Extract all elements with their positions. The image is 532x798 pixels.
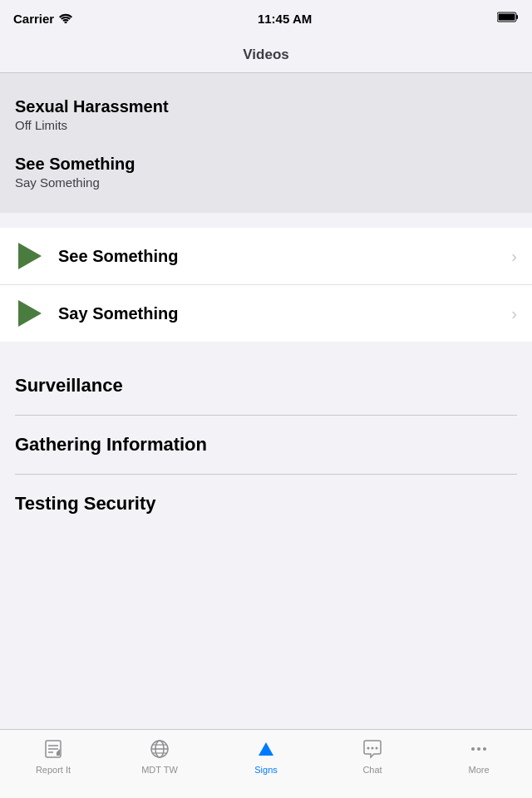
mdt-tw-icon — [147, 736, 172, 761]
tab-label-mdt-tw: MDT TW — [141, 765, 178, 775]
tab-label-chat: Chat — [362, 765, 382, 775]
chat-icon — [360, 736, 385, 761]
video-row-1[interactable]: See Something › — [0, 228, 532, 285]
svg-point-17 — [471, 747, 475, 751]
svg-point-16 — [376, 747, 378, 750]
time-label: 11:45 AM — [258, 12, 312, 26]
svg-rect-2 — [516, 15, 518, 19]
section-divider-1 — [0, 213, 532, 228]
featured-title-1: Sexual Harassment — [15, 96, 517, 116]
more-item-3[interactable]: Testing Security — [15, 475, 517, 533]
content-area: Sexual Harassment Off Limits See Somethi… — [0, 73, 532, 729]
more-item-label-1: Surveillance — [15, 375, 123, 396]
wifi-icon — [59, 12, 72, 26]
featured-item-1[interactable]: Sexual Harassment Off Limits — [15, 88, 517, 140]
tab-more[interactable]: More — [426, 736, 532, 775]
svg-marker-13 — [259, 742, 273, 756]
svg-point-0 — [65, 21, 67, 23]
more-item-label-3: Testing Security — [15, 493, 156, 514]
featured-section: Sexual Harassment Off Limits See Somethi… — [0, 73, 532, 213]
more-item-2[interactable]: Gathering Information — [15, 416, 517, 475]
svg-point-15 — [372, 747, 374, 750]
tab-mdt-tw[interactable]: MDT TW — [106, 736, 213, 775]
chevron-right-1: › — [511, 247, 517, 266]
featured-title-2: See Something — [15, 154, 517, 174]
tab-signs[interactable]: Signs — [213, 736, 319, 775]
nav-bar-title: Videos — [243, 47, 288, 63]
svg-rect-3 — [498, 14, 515, 21]
tab-label-signs: Signs — [254, 765, 278, 775]
svg-point-19 — [483, 747, 486, 751]
more-list: Surveillance Gathering Information Testi… — [0, 357, 532, 533]
tab-report-it[interactable]: Report It — [0, 736, 106, 775]
section-divider-2 — [0, 342, 532, 357]
tab-label-report-it: Report It — [36, 765, 71, 775]
carrier-label: Carrier — [13, 12, 54, 26]
featured-item-2[interactable]: See Something Say Something — [15, 140, 517, 198]
play-icon-1 — [15, 241, 45, 271]
tab-label-more: More — [468, 765, 489, 775]
more-icon — [466, 736, 491, 761]
report-it-icon — [41, 736, 66, 761]
featured-subtitle-2: Say Something — [15, 175, 517, 190]
battery-icon — [497, 11, 519, 26]
featured-subtitle-1: Off Limits — [15, 118, 517, 132]
chevron-right-2: › — [511, 304, 517, 323]
video-row-2[interactable]: Say Something › — [0, 285, 532, 342]
video-list: See Something › Say Something › — [0, 228, 532, 342]
video-label-1: See Something — [58, 247, 511, 266]
svg-point-18 — [477, 747, 480, 751]
video-label-2: Say Something — [58, 304, 511, 323]
more-item-label-2: Gathering Information — [15, 434, 207, 455]
tab-bar: Report It MDT TW Signs — [0, 729, 532, 798]
svg-point-14 — [367, 747, 370, 750]
status-bar: Carrier 11:45 AM — [0, 0, 532, 37]
more-item-1[interactable]: Surveillance — [15, 357, 517, 416]
signs-icon — [254, 736, 278, 761]
nav-bar: Videos — [0, 37, 532, 73]
play-icon-2 — [15, 298, 45, 328]
tab-chat[interactable]: Chat — [319, 736, 426, 775]
